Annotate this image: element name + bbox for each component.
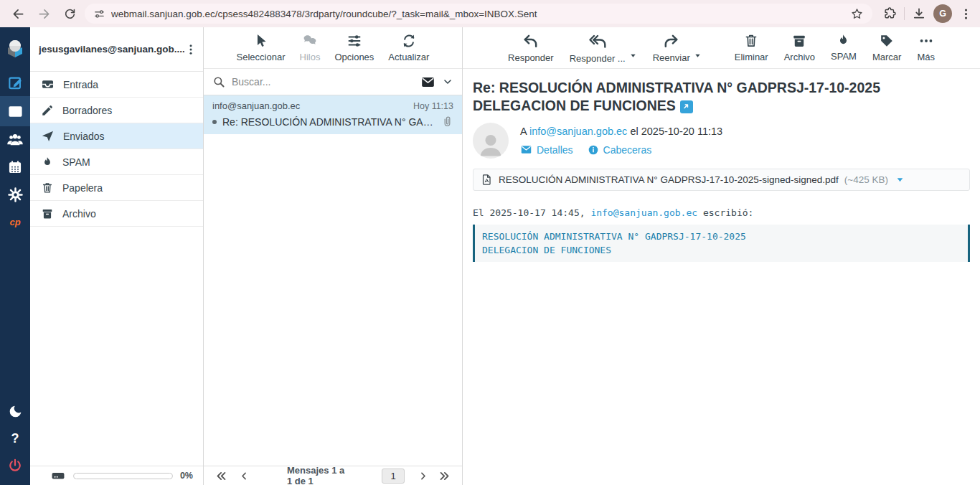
browser-menu-icon[interactable] — [959, 7, 973, 21]
chevron-right-icon — [418, 471, 428, 481]
reply-all-label: Responder ... — [570, 53, 626, 64]
browser-reload-button[interactable] — [59, 3, 80, 24]
delete-button[interactable]: Eliminar — [735, 33, 768, 62]
calendar-icon — [7, 159, 23, 175]
quota-percent: 0% — [180, 471, 193, 481]
pencil-icon — [41, 104, 54, 117]
search-icon — [212, 75, 225, 88]
refresh-button[interactable]: Actualizar — [388, 33, 429, 62]
more-label: Más — [917, 52, 935, 62]
options-button[interactable]: Opciones — [334, 33, 374, 62]
quoted-sender-link[interactable]: info@sanjuan.gob.ec — [590, 207, 697, 218]
rail-help-button[interactable]: ? — [0, 425, 30, 452]
sliders-icon — [347, 33, 362, 49]
recipient-address-link[interactable]: info@sanjuan.gob.ec — [529, 126, 627, 137]
page-number-input[interactable] — [382, 468, 405, 484]
threads-label: Hilos — [300, 52, 321, 62]
folder-item-enviados[interactable]: Enviados — [30, 123, 203, 149]
browser-back-button[interactable] — [7, 3, 29, 24]
reply-button[interactable]: Responder — [508, 33, 554, 63]
person-icon — [475, 128, 507, 159]
open-in-new-window-button[interactable] — [680, 100, 693, 113]
attachment-menu-button[interactable] — [895, 175, 905, 184]
search-bar — [204, 69, 462, 95]
caret-down-icon — [895, 175, 905, 184]
folder-item-spam[interactable]: SPAM — [30, 149, 203, 175]
folder-item-borradores[interactable]: Borradores — [30, 98, 203, 123]
rail-contacts-button[interactable] — [0, 126, 30, 154]
trash-icon — [743, 33, 759, 49]
site-settings-icon[interactable] — [93, 8, 105, 20]
rail-darkmode-button[interactable] — [0, 397, 30, 425]
external-link-icon — [682, 102, 692, 112]
paperclip-icon — [441, 116, 453, 128]
spam-button[interactable]: SPAM — [831, 33, 857, 62]
search-input[interactable] — [232, 76, 414, 88]
webmail-window: webmail.sanjuan.gob.ec/cpsess4824883478/… — [0, 0, 980, 485]
rail-settings-button[interactable] — [0, 181, 30, 208]
bookmark-star-icon[interactable] — [850, 7, 864, 21]
address-bar[interactable]: webmail.sanjuan.gob.ec/cpsess4824883478/… — [85, 4, 872, 24]
quota-indicator: 0% — [30, 466, 203, 485]
flame-icon — [41, 156, 54, 169]
subject-text: Re: RESOLUCIÓN ADMINISTRATIVA N° GADPRSJ… — [473, 80, 880, 113]
delete-label: Eliminar — [735, 52, 768, 62]
quoted-text-block: RESOLUCIÓN ADMINISTRATIVA N° GADPRSJ-17-… — [473, 225, 970, 262]
message-view-panel: Responder Responder ... Reenviar — [463, 27, 980, 485]
archive-icon — [41, 207, 54, 220]
tag-icon — [879, 33, 895, 49]
disk-icon — [50, 468, 66, 484]
account-header[interactable]: jesusgavilanes@sanjuan.gob.... — [30, 27, 203, 72]
archive-icon — [791, 33, 807, 49]
message-list-item[interactable]: info@sanjuan.gob.ec Hoy 11:13 Re: RESOLU… — [204, 95, 462, 134]
chat-bubbles-icon — [302, 33, 318, 49]
downloads-icon[interactable] — [912, 6, 926, 21]
reply-all-button[interactable]: Responder ... — [570, 33, 626, 64]
next-page-button[interactable] — [418, 471, 428, 481]
spam-label: SPAM — [831, 51, 857, 62]
reply-all-icon — [589, 33, 606, 50]
attachment-filename[interactable]: RESOLUCIÓN ADMINISTRATIVA N° GADPRSJ-17-… — [499, 174, 839, 185]
pdf-file-icon — [481, 174, 493, 186]
chevron-left-icon — [239, 471, 250, 481]
attachment-row[interactable]: RESOLUCIÓN ADMINISTRATIVA N° GADPRSJ-17-… — [473, 169, 970, 191]
headers-link[interactable]: Cabeceras — [588, 144, 652, 156]
details-link[interactable]: Detalles — [520, 143, 573, 156]
mark-button[interactable]: Marcar — [872, 33, 901, 62]
rail-logout-button[interactable] — [0, 452, 30, 479]
more-button[interactable]: Más — [917, 33, 935, 62]
archive-button[interactable]: Archivo — [784, 33, 815, 62]
folder-item-papelera[interactable]: Papelera — [30, 175, 203, 201]
rail-mail-button[interactable] — [0, 96, 30, 126]
roundcube-logo — [0, 34, 30, 62]
browser-profile-avatar[interactable]: G — [933, 4, 952, 23]
back-arrow-icon — [11, 6, 26, 22]
folder-item-entrada[interactable]: Entrada — [30, 72, 203, 98]
prev-page-button[interactable] — [239, 471, 250, 481]
search-chevron-down-icon[interactable] — [442, 76, 453, 88]
url-text[interactable]: webmail.sanjuan.gob.ec/cpsess4824883478/… — [111, 9, 844, 19]
rail-compose-button[interactable] — [0, 69, 30, 96]
reply-all-caret-icon[interactable] — [629, 52, 637, 60]
browser-forward-button[interactable] — [33, 3, 55, 24]
first-page-button[interactable] — [215, 470, 227, 482]
last-page-button[interactable] — [438, 470, 451, 482]
message-date-text: el 2025-10-20 11:13 — [630, 126, 722, 137]
search-scope-envelope-icon[interactable] — [420, 75, 435, 90]
list-toolbar: Seleccionar Hilos Opciones Actualizar — [204, 27, 462, 69]
rail-calendar-button[interactable] — [0, 154, 30, 181]
list-pagination: Mensajes 1 a 1 de 1 — [204, 466, 462, 485]
flame-icon — [836, 33, 851, 48]
account-menu-icon[interactable] — [184, 43, 197, 56]
folder-item-archivo[interactable]: Archivo — [30, 201, 203, 227]
forward-button[interactable]: Reenviar — [653, 33, 690, 63]
forward-caret-icon[interactable] — [694, 52, 702, 60]
reply-label: Responder — [508, 52, 554, 63]
attachment-size: (~425 KB) — [844, 174, 888, 185]
question-mark-icon: ? — [11, 431, 19, 446]
extensions-puzzle-icon[interactable] — [882, 6, 897, 21]
folder-label: Archivo — [62, 208, 96, 220]
select-button[interactable]: Seleccionar — [237, 33, 286, 62]
threads-button[interactable]: Hilos — [300, 33, 321, 62]
rail-cpanel-button[interactable]: cp — [0, 208, 30, 235]
